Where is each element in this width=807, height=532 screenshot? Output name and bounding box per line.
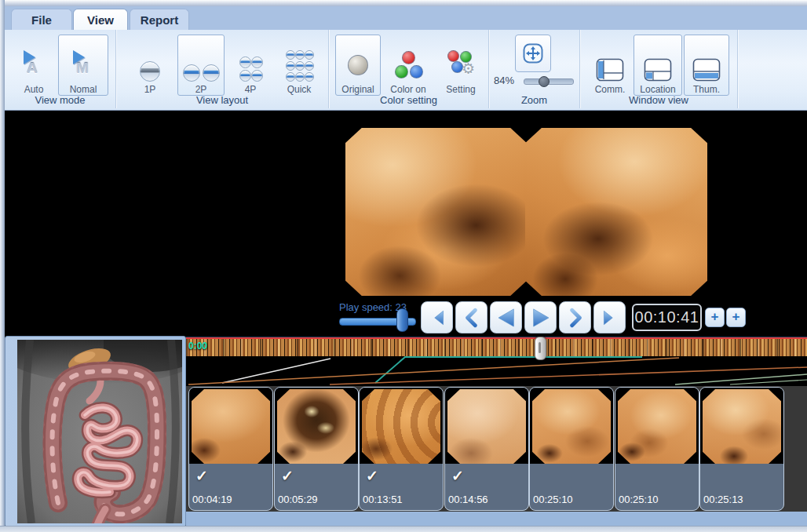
layout-2p-button[interactable]: 2P [177, 35, 225, 96]
ribbon-tab-bar: File View Report [5, 6, 807, 30]
skip-start-button[interactable] [421, 301, 453, 333]
ribbon: A Auto M Nomal View mode 1P [5, 30, 807, 111]
group-zoom: 84% Zoom [489, 30, 580, 108]
step-forward-button[interactable] [559, 301, 591, 333]
layout-4p-button[interactable]: 4P [229, 35, 272, 96]
window-frame-bottom [0, 526, 807, 532]
thumbnail-image [618, 389, 696, 464]
zoom-slider[interactable] [524, 78, 574, 85]
location-window-button[interactable]: Location [634, 35, 682, 96]
endoscopy-image-left [345, 128, 527, 296]
tab-file[interactable]: File [11, 9, 72, 30]
bottom-strip [186, 512, 807, 526]
anatomy-location-panel[interactable] [5, 336, 186, 527]
comment-window-icon [596, 58, 624, 82]
expand-arrows-icon [522, 42, 544, 64]
two-pane-icon [183, 64, 220, 82]
play-forward-icon [530, 307, 552, 329]
title-bar [0, 0, 807, 6]
tab-report[interactable]: Report [130, 9, 189, 30]
group-label-zoom: Zoom [489, 94, 579, 106]
group-label-view-mode: View mode [5, 94, 115, 106]
thumbnail-image [192, 389, 270, 464]
zoom-in-button-2[interactable]: + [726, 308, 746, 327]
check-icon: ✓ [366, 467, 378, 485]
skip-end-button[interactable] [593, 301, 626, 333]
thumbnail-card[interactable]: ✓ 00:04:19 [188, 387, 273, 511]
thumbnail-window-icon [692, 58, 721, 82]
timeline-bar[interactable]: 0:00 [186, 337, 807, 357]
thumbnail-timestamp: 00:04:19 [192, 494, 232, 505]
color-on-button[interactable]: Color on [382, 35, 434, 96]
progress-graph-lines [186, 356, 807, 386]
group-label-view-layout: View layout [116, 94, 328, 106]
original-color-button[interactable]: Original [335, 35, 381, 96]
current-time-display: 00:10:41 [632, 304, 702, 331]
thumbnail-card[interactable]: ✓ 00:05:29 [274, 387, 359, 511]
endoscopy-image-right [525, 128, 707, 296]
play-backward-button[interactable] [490, 301, 522, 333]
comment-window-button[interactable]: Comm. [588, 35, 632, 96]
progress-graph [186, 356, 807, 386]
play-backward-icon [495, 307, 517, 329]
fit-zoom-button[interactable] [515, 35, 551, 72]
location-window-icon [644, 58, 672, 82]
zoom-slider-handle[interactable] [539, 76, 550, 87]
manual-play-icon: M [70, 50, 97, 82]
thumbnail-card[interactable]: ✓ 00:13:51 [359, 387, 444, 511]
thumbnail-image [447, 389, 526, 464]
timeline-position-marker[interactable] [535, 337, 546, 360]
thumbnail-image [277, 389, 356, 464]
chevron-left-icon [462, 308, 482, 328]
skip-end-icon [600, 308, 620, 328]
group-view-layout: 1P 2P 4P [116, 30, 329, 108]
zoom-percent: 84% [494, 75, 514, 86]
thumbnail-card[interactable]: 00:25:10 [615, 387, 699, 511]
play-speed-handle[interactable] [396, 308, 408, 332]
check-icon: ✓ [195, 467, 208, 485]
check-icon: ✓ [281, 467, 294, 485]
layout-quick-button[interactable]: Quick [275, 35, 323, 96]
thumbnail-timestamp: 00:05:29 [278, 494, 318, 505]
auto-mode-button[interactable]: A Auto [11, 35, 57, 96]
one-pane-icon [140, 61, 160, 82]
group-label-window-view: Window view [580, 94, 737, 106]
original-color-icon [342, 50, 374, 82]
nomal-mode-button[interactable]: M Nomal [58, 35, 108, 96]
chevron-right-icon [565, 308, 586, 328]
thumbnail-image [703, 389, 781, 464]
group-view-mode: A Auto M Nomal View mode [5, 30, 116, 108]
color-setting-icon: ⚙ [444, 50, 478, 82]
thumbnail-image [532, 389, 611, 464]
tab-view[interactable]: View [73, 9, 128, 32]
thumbnail-card[interactable]: 00:25:13 [699, 387, 784, 511]
color-setting-button[interactable]: ⚙ Setting [437, 35, 484, 96]
thumbnail-timestamp: 00:25:13 [703, 494, 743, 505]
play-forward-button[interactable] [524, 301, 557, 333]
anatomy-illustration [17, 340, 182, 523]
zoom-in-button[interactable]: + [705, 308, 725, 327]
thumbnail-window-button[interactable]: Thum. [684, 35, 729, 96]
timeline-start-label: 0:00 [188, 341, 207, 352]
app-window: File View Report A Auto M Nomal View mod… [0, 0, 807, 532]
step-back-button[interactable] [455, 301, 487, 333]
four-pane-icon [239, 56, 261, 82]
auto-play-icon: A [20, 50, 47, 82]
group-color-setting: Original Color on ⚙ Setting Col [329, 30, 489, 108]
thumbnail-image [362, 389, 440, 464]
check-icon: ✓ [451, 467, 464, 485]
layout-1p-button[interactable]: 1P [129, 35, 171, 96]
skip-start-icon [427, 308, 447, 328]
thumbnail-card[interactable]: 00:25:10 [529, 387, 614, 511]
thumbnail-card[interactable]: ✓ 00:14:56 [444, 387, 529, 511]
group-label-color-setting: Color setting [329, 94, 488, 106]
thumbnail-timestamp: 00:25:10 [533, 494, 573, 505]
color-on-icon [393, 50, 424, 82]
thumbnail-timestamp: 00:13:51 [363, 494, 403, 505]
window-frame-left [0, 0, 5, 532]
thumbnail-timestamp: 00:25:10 [619, 494, 659, 505]
thumbnail-timestamp: 00:14:56 [448, 494, 488, 505]
quick-view-icon [286, 50, 312, 82]
group-window-view: Comm. Location Thum. Window vi [580, 30, 738, 108]
